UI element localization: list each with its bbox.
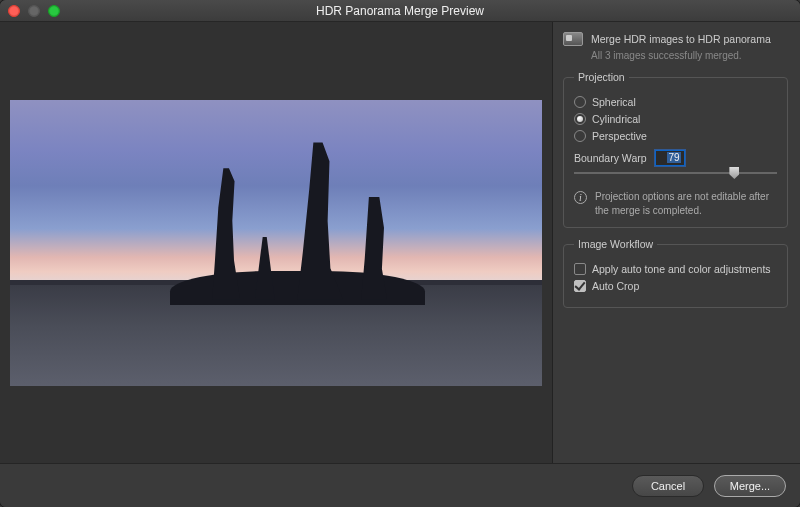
close-window-button[interactable] [8,5,20,17]
boundary-warp-label: Boundary Warp [574,152,647,164]
merge-header: Merge HDR images to HDR panorama [591,33,771,45]
projection-spherical-row[interactable]: Spherical [574,96,777,108]
cancel-button[interactable]: Cancel [632,475,704,497]
auto-crop-row[interactable]: Auto Crop [574,280,777,292]
radio-spherical-label: Spherical [592,96,636,108]
titlebar: HDR Panorama Merge Preview [0,0,800,22]
boundary-warp-value[interactable]: 79 [655,150,685,166]
radio-perspective[interactable] [574,130,586,142]
zoom-window-button[interactable] [48,5,60,17]
merge-status: All 3 images successfully merged. [563,50,788,61]
projection-legend: Projection [574,71,629,83]
preview-pane [0,22,552,463]
dialog-footer: Cancel Merge... [0,463,800,507]
merge-button[interactable]: Merge... [714,475,786,497]
radio-perspective-label: Perspective [592,130,647,142]
radio-cylindrical[interactable] [574,113,586,125]
auto-tone-checkbox[interactable] [574,263,586,275]
settings-pane: Merge HDR images to HDR panorama All 3 i… [552,22,800,463]
workflow-group: Image Workflow Apply auto tone and color… [563,238,788,308]
minimize-window-button[interactable] [28,5,40,17]
boundary-warp-slider[interactable] [574,166,777,180]
info-icon [574,191,587,204]
auto-tone-row[interactable]: Apply auto tone and color adjustments [574,263,777,275]
projection-perspective-row[interactable]: Perspective [574,130,777,142]
radio-spherical[interactable] [574,96,586,108]
projection-info-text: Projection options are not editable afte… [595,190,777,217]
panorama-icon [563,32,583,46]
projection-cylindrical-row[interactable]: Cylindrical [574,113,777,125]
traffic-lights [8,5,60,17]
auto-crop-checkbox[interactable] [574,280,586,292]
projection-group: Projection Spherical Cylindrical Perspec… [563,71,788,228]
workflow-legend: Image Workflow [574,238,657,250]
radio-cylindrical-label: Cylindrical [592,113,640,125]
window-title: HDR Panorama Merge Preview [0,4,800,18]
auto-crop-label: Auto Crop [592,280,639,292]
panorama-preview-image [10,100,542,386]
boundary-warp-thumb[interactable] [729,167,739,179]
auto-tone-label: Apply auto tone and color adjustments [592,263,771,275]
